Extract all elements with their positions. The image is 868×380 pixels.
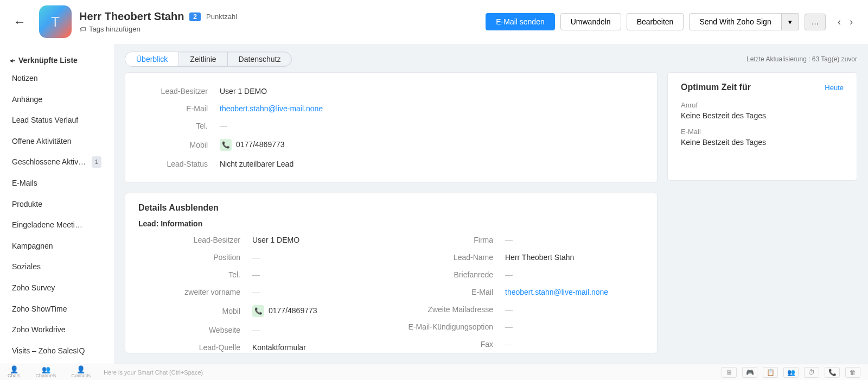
tag-icon [79,25,86,33]
footer-tab-icon: 👤 [10,366,18,373]
sidebar-item[interactable]: Visits – Zoho SalesIQ [4,340,109,362]
sidebar-item[interactable]: Kampagnen [4,236,109,257]
sidebar-item-label: Kampagnen [12,239,53,254]
best-time-email-value: Keine Bestzeit des Tages [681,138,844,147]
detail-value: User 1 DEMO [252,236,299,244]
footer-tab[interactable]: 👤Chats [8,366,21,378]
sidebar-item-label: Zoho Survey [12,281,55,295]
tel-label: Tel. [138,122,220,130]
detail-label: Webseite [138,326,252,334]
today-link[interactable]: Heute [825,84,844,92]
tray-clock-icon[interactable]: ⏱ [804,367,819,378]
tray-monitor-icon[interactable]: 🖥 [722,367,737,378]
sidebar-item[interactable]: E-Mails [4,173,109,194]
zoho-sign-button[interactable]: Send With Zoho Sign [689,13,781,30]
details-section-title: Lead: Information [138,219,644,228]
view-tabs: Überblick Zeitlinie Datenschutz [125,52,292,67]
detail-value: — [505,322,513,331]
mobile-value: 📞0177/4869773 [220,139,285,151]
sidebar-item-label: Zoho ShowTime [12,302,67,316]
next-record-icon[interactable]: › [847,14,855,30]
footer-tab[interactable]: 👤Contacts [72,366,91,378]
smart-chat-placeholder[interactable]: Here is your Smart Chat (Ctrl+Space) [104,369,203,376]
tray-gamepad-icon[interactable]: 🎮 [742,367,757,378]
best-time-email-label: E-Mail [681,128,844,136]
more-actions-button[interactable]: … [805,14,826,30]
phone-icon[interactable]: 📞 [220,139,232,151]
detail-label: Position [138,253,252,262]
sidebar-item[interactable]: Soziales [4,256,109,277]
add-tags-label: Tags hinzufügen [89,25,141,33]
sidebar-item-label: Geschlossene Aktiv… [12,155,86,169]
detail-value[interactable]: theobert.stahn@live-mail.none [505,288,608,296]
summary-card: Lead-BesitzerUser 1 DEMO E-Mailtheobert.… [125,72,658,183]
score-label: Punktzahl [206,12,237,21]
related-list-sidebar: ◂▪ Verknüpfte Liste NotizenAnhängeLead S… [0,44,114,364]
sidebar-item[interactable]: Eingeladene Meeti… [4,214,109,236]
sidebar-heading-label: Verknüpfte Liste [18,56,78,65]
edit-button[interactable]: Bearbeiten [627,13,684,30]
detail-value: — [252,326,260,334]
sidebar-item[interactable]: Anhänge [4,89,109,110]
detail-value: Herr Theobert Stahn [505,253,574,262]
owner-label: Lead-Besitzer [138,87,220,96]
sidebar-item[interactable]: Zoho Workdrive [4,319,109,340]
lead-status-value: Nicht zuteilbarer Lead [220,160,293,168]
record-header: ← T Herr Theobert Stahn 2 Punktzahl Tags… [0,0,868,44]
score-badge: 2 [189,12,201,21]
sidebar-item-label: Eingeladene Meeti… [12,218,82,232]
sidebar-item[interactable]: Notizen [4,68,109,89]
page-title: Herr Theobert Stahn [79,10,184,23]
email-label: E-Mail [138,104,220,113]
phone-icon[interactable]: 📞 [252,305,264,317]
details-toggle[interactable]: Details Ausblenden [138,203,644,213]
sidebar-item-label: Soziales [12,259,41,274]
prev-record-icon[interactable]: ‹ [835,14,843,30]
email-value[interactable]: theobert.stahn@live-mail.none [220,104,323,113]
footer-tab-icon: 👥 [42,366,50,373]
best-time-card: Optimum Zeit für Heute Anruf Keine Bestz… [667,72,857,181]
footer-bar: 👤Chats👥Channels👤Contacts Here is your Sm… [0,364,868,380]
send-email-button[interactable]: E-Mail senden [486,13,555,30]
related-list-heading[interactable]: ◂▪ Verknüpfte Liste [4,53,109,68]
footer-tab-label: Chats [8,373,21,378]
details-card: Details Ausblenden Lead: Information Lea… [125,193,658,353]
sidebar-item[interactable]: Zoho ShowTime [4,299,109,320]
last-updated-label: Letzte Aktualisierung : 63 Tag(e) zuvor [746,55,857,63]
convert-button[interactable]: Umwandeln [560,13,621,30]
sidebar-item[interactable]: Offene Aktivitäten [4,131,109,152]
sidebar-item-label: Anhänge [12,92,42,107]
detail-value: — [505,340,513,349]
detail-label: Fax [391,340,505,349]
detail-label: Mobil [138,307,252,315]
tab-timeline[interactable]: Zeitlinie [179,52,227,66]
detail-value: — [505,236,513,244]
title-block: Herr Theobert Stahn 2 Punktzahl Tags hin… [79,10,237,33]
tab-privacy[interactable]: Datenschutz [228,52,292,66]
avatar-letter: T [51,14,60,30]
sidebar-item[interactable]: Geschlossene Aktiv…1 [4,151,109,173]
zoho-sign-dropdown[interactable]: ▾ [782,13,799,30]
back-arrow-icon[interactable]: ← [13,14,26,29]
detail-label: E-Mail [391,288,505,296]
sidebar-item-label: E-Mails [12,176,37,191]
sidebar-item-label: Offene Aktivitäten [12,134,71,149]
best-time-call-value: Keine Bestzeit des Tages [681,111,844,120]
detail-label: Zweite Mailadresse [391,305,505,314]
tray-trash-icon[interactable]: 🗑 [845,367,860,378]
sidebar-item-label: Zoho Workdrive [12,322,66,337]
sidebar-item[interactable]: Produkte [4,194,109,215]
sidebar-item-label: Produkte [12,197,42,212]
tab-overview[interactable]: Überblick [125,52,179,66]
sidebar-item[interactable]: Zoho Survey [4,277,109,299]
collapse-icon[interactable]: ◂▪ [10,57,15,64]
avatar: T [39,5,72,38]
footer-tab[interactable]: 👥Channels [36,366,56,378]
add-tags-button[interactable]: Tags hinzufügen [79,25,237,33]
detail-value: Kontaktformular [252,343,306,352]
tray-clipboard-icon[interactable]: 📋 [763,367,778,378]
tray-people-icon[interactable]: 👥 [783,367,799,378]
sidebar-item[interactable]: Lead Status Verlauf [4,110,109,131]
tray-phone-icon[interactable]: 📞 [825,367,840,378]
detail-label: Lead-Besitzer [138,236,252,244]
